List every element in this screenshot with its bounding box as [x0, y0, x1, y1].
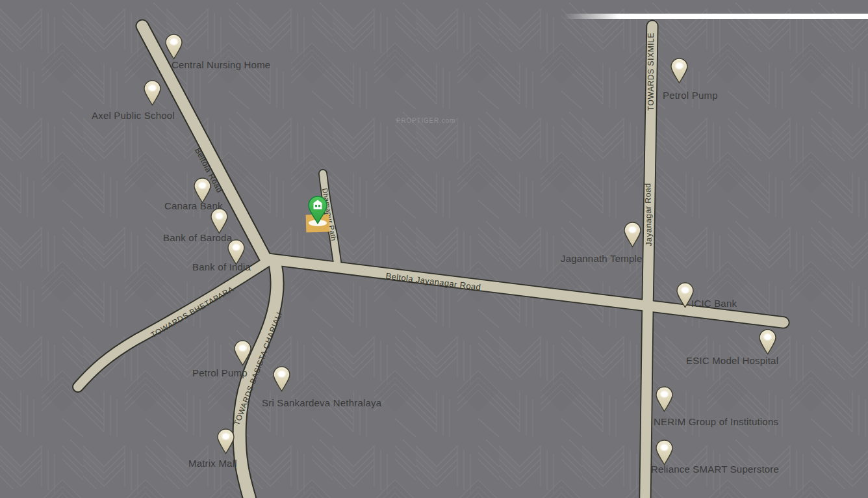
road-towards-basista-chariali [240, 265, 277, 498]
poi-label-canara-bank: Canara Bank [164, 200, 223, 211]
poi-label-icic-bank: ICIC Bank [691, 298, 737, 309]
poi-label-bank-of-baroda: Bank of Baroda [163, 232, 232, 243]
road-label-towards-sixmile: TOWARDS SIXMILE [646, 33, 656, 111]
pin-reliance-smart-superstore [656, 439, 673, 465]
pin-sri-sankardeva-nethralaya [273, 366, 290, 392]
pin-axel-public-school [144, 80, 161, 106]
project-plot [306, 215, 330, 233]
road-beltola-jayanagar [266, 259, 784, 322]
pin-nerim-group-of-institutions [656, 386, 673, 412]
watermark: PROPTIGER.com [396, 117, 455, 124]
pin-jagannath-temple [624, 222, 641, 248]
poi-label-reliance-smart-superstore: Reliance SMART Superstore [651, 464, 779, 475]
road-label-jayanagar-road: Jayanagar Road [643, 183, 654, 246]
pin-petrol-pump-west [234, 340, 251, 366]
pin-central-nursing-home [165, 34, 183, 60]
poi-label-nerim-group-of-institutions: NERIM Group of Institutions [654, 416, 778, 427]
poi-label-bank-of-india: Bank of India [192, 261, 251, 272]
pin-petrol-pump-north [670, 58, 688, 84]
poi-label-jagannath-temple: Jagannath Temple [561, 253, 643, 264]
poi-label-sri-sankardeva-nethralaya: Sri Sankardeva Nethralaya [262, 397, 381, 408]
poi-label-axel-public-school: Axel Public School [92, 110, 175, 121]
poi-label-central-nursing-home: Central Nursing Home [172, 59, 270, 70]
pin-esic-model-hospital [759, 329, 776, 355]
top-divider-line [564, 14, 868, 19]
location-map: Beltola Road TOWARDS BHETAPARA TOWARDS B… [0, 0, 868, 498]
poi-label-matrix-mall: Matrix Mall [188, 458, 237, 469]
poi-label-petrol-pump-north: Petrol Pump [663, 90, 718, 101]
pin-bank-of-baroda [211, 208, 228, 234]
poi-label-petrol-pump-west: Petrol Pump [192, 367, 248, 378]
pin-matrix-mall [217, 428, 235, 454]
poi-label-esic-model-hospital: ESIC Model Hospital [686, 355, 778, 366]
pin-canara-bank [194, 177, 211, 203]
